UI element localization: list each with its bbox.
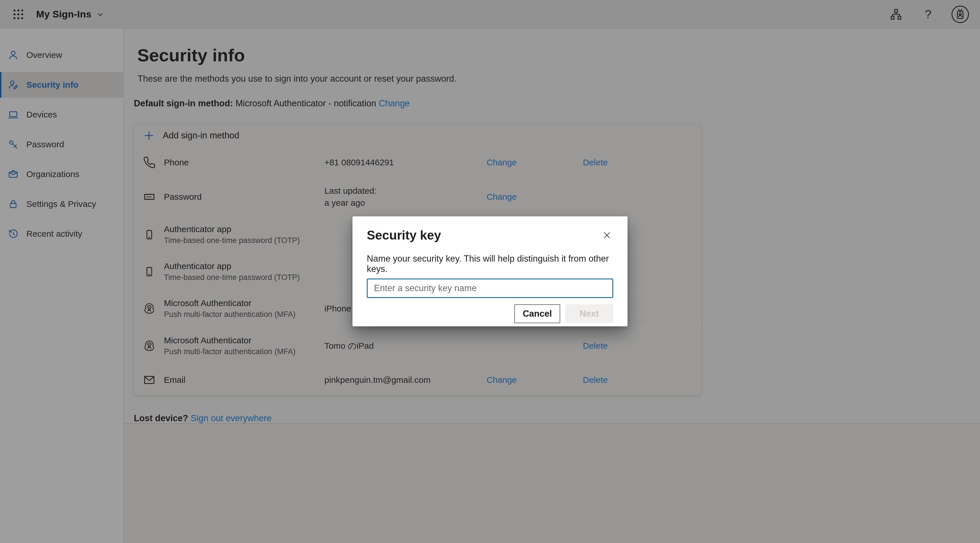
close-icon (602, 230, 612, 240)
dialog-actions: Cancel Next (367, 304, 613, 323)
dialog-message: Name your security key. This will help d… (367, 253, 613, 274)
dialog-title: Security key (367, 228, 441, 243)
cancel-button[interactable]: Cancel (514, 304, 560, 323)
next-button[interactable]: Next (565, 304, 613, 323)
dialog-header: Security key (367, 228, 613, 243)
close-button[interactable] (601, 229, 613, 242)
security-key-dialog: Security key Name your security key. Thi… (352, 217, 628, 326)
security-key-name-input[interactable] (367, 279, 613, 298)
